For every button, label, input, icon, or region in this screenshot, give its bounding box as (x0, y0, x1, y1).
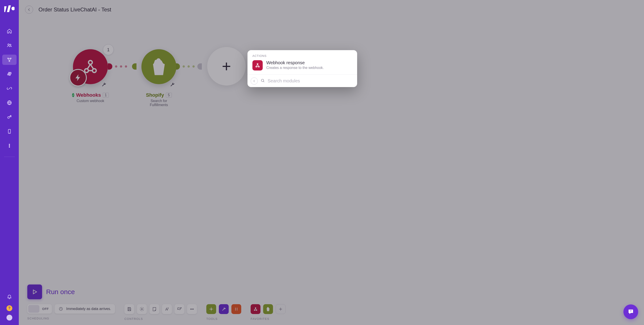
app-root: ? Order Status LiveChatAI - Test (0, 0, 644, 325)
svg-point-9 (8, 116, 10, 118)
nav-connections[interactable] (2, 83, 16, 94)
svg-rect-1 (7, 5, 11, 12)
module-picker-popover: ACTIONS Webhook response Creates a respo… (248, 50, 357, 87)
search-icon (260, 78, 265, 84)
svg-point-2 (12, 7, 14, 10)
popover-section-label: ACTIONS (248, 50, 357, 59)
make-logo[interactable] (4, 5, 14, 12)
svg-point-28 (257, 63, 258, 64)
sidebar-bottom: ? (0, 292, 19, 325)
popover-item-webhook-response[interactable]: Webhook response Creates a response to t… (248, 59, 357, 74)
svg-point-29 (261, 79, 264, 82)
popover-item-title: Webhook response (266, 60, 324, 65)
nav-devices[interactable] (2, 126, 16, 136)
dim-overlay[interactable] (19, 0, 644, 325)
svg-text:?: ? (630, 310, 632, 312)
svg-point-4 (10, 44, 11, 45)
svg-point-11 (9, 144, 10, 144)
sidebar-divider (4, 157, 15, 157)
svg-point-12 (9, 145, 10, 146)
sidebar: ? (0, 0, 19, 325)
nav-team[interactable] (2, 40, 16, 50)
svg-point-3 (8, 44, 9, 45)
nav-notifications[interactable] (2, 292, 16, 302)
sidebar-nav (0, 26, 19, 151)
popover-item-desc: Creates a response to the webhook. (266, 66, 324, 70)
help-fab[interactable]: ? (624, 304, 638, 319)
webhook-icon (252, 60, 263, 70)
nav-more[interactable] (2, 140, 16, 151)
nav-webhooks[interactable] (2, 98, 16, 108)
popover-search-row (248, 74, 357, 87)
nav-scenarios[interactable] (2, 54, 16, 65)
popover-back-button[interactable] (250, 78, 258, 84)
nav-keys[interactable] (2, 112, 16, 122)
help-glyph: ? (8, 306, 10, 310)
main-area: Order Status LiveChatAI - Test (19, 0, 644, 325)
module-search-input[interactable] (268, 76, 354, 85)
svg-point-27 (258, 66, 260, 67)
nav-avatar[interactable] (6, 315, 12, 320)
nav-templates[interactable] (2, 69, 16, 79)
svg-point-13 (9, 146, 10, 147)
svg-point-26 (256, 66, 257, 67)
svg-point-7 (9, 61, 10, 62)
svg-rect-0 (4, 6, 7, 12)
nav-help[interactable]: ? (6, 305, 12, 311)
nav-home[interactable] (2, 26, 16, 36)
